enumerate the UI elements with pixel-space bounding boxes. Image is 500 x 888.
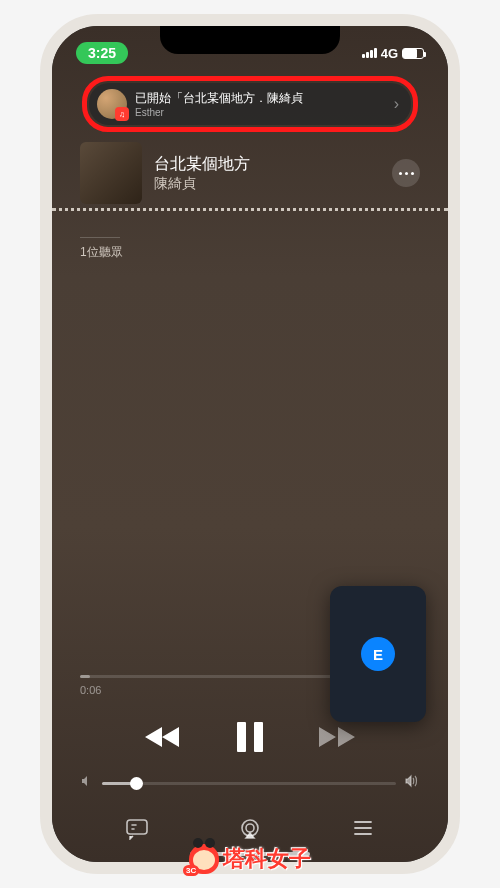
listeners-count: 1位聽眾: [80, 245, 123, 259]
notification-subtitle: Esther: [135, 107, 382, 118]
watermark: 3C 塔科女子: [189, 844, 311, 874]
network-label: 4G: [381, 46, 398, 61]
more-button[interactable]: [392, 159, 420, 187]
volume-high-icon: [404, 774, 420, 792]
track-info: 台北某個地方 陳綺貞: [154, 154, 380, 193]
svg-rect-2: [127, 820, 147, 834]
track-title: 台北某個地方: [154, 154, 380, 175]
pause-button[interactable]: [237, 722, 263, 752]
next-button[interactable]: [319, 725, 355, 749]
facetime-pip[interactable]: E: [330, 586, 426, 722]
time-elapsed: 0:06: [80, 684, 101, 696]
screen: 3:25 4G ♫ 已開始「台北某個地方．陳綺貞 Esther ›: [52, 26, 448, 862]
shareplay-notification[interactable]: ♫ 已開始「台北某個地方．陳綺貞 Esther ›: [89, 83, 411, 125]
svg-point-4: [246, 824, 254, 832]
notification-title: 已開始「台北某個地方．陳綺貞: [135, 90, 382, 107]
listeners-section: 1位聽眾: [52, 208, 448, 261]
music-badge-icon: ♫: [115, 107, 129, 121]
pip-avatar: E: [361, 637, 395, 671]
notch: [160, 26, 340, 54]
signal-icon: [362, 48, 377, 58]
notification-highlight: ♫ 已開始「台北某個地方．陳綺貞 Esther ›: [82, 76, 418, 132]
battery-icon: [402, 48, 424, 59]
status-time[interactable]: 3:25: [76, 42, 128, 64]
watermark-logo-icon: 3C: [189, 844, 219, 874]
phone-frame: 3:25 4G ♫ 已開始「台北某個地方．陳綺貞 Esther ›: [40, 14, 460, 874]
chevron-right-icon: ›: [390, 95, 403, 113]
previous-button[interactable]: [145, 725, 181, 749]
album-art[interactable]: [80, 142, 142, 204]
svg-rect-0: [237, 722, 246, 752]
queue-button[interactable]: [351, 818, 375, 840]
status-right: 4G: [362, 46, 424, 61]
avatar: ♫: [97, 89, 127, 119]
track-artist: 陳綺貞: [154, 175, 380, 193]
lyrics-button[interactable]: [125, 818, 149, 840]
now-playing-header: 台北某個地方 陳綺貞: [52, 132, 448, 208]
volume-low-icon: [80, 774, 94, 792]
airplay-button[interactable]: [238, 818, 262, 840]
volume-slider[interactable]: [52, 774, 448, 810]
watermark-text: 塔科女子: [223, 844, 311, 874]
notification-text: 已開始「台北某個地方．陳綺貞 Esther: [135, 90, 382, 118]
svg-rect-1: [254, 722, 263, 752]
